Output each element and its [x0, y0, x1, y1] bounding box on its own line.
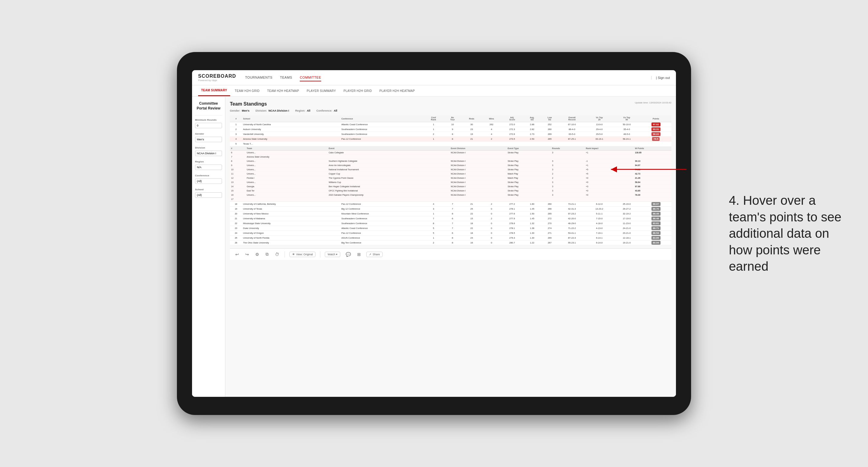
top50-2: 35-4-0: [613, 127, 641, 132]
minimum-rounds-input[interactable]: [195, 123, 222, 128]
tt-col-num: #: [230, 146, 246, 151]
comment-icon[interactable]: 💬: [345, 251, 352, 258]
school-label: School: [195, 188, 222, 191]
school-4: Arizona State University: [242, 137, 341, 142]
conference-select[interactable]: (All): [195, 179, 222, 184]
share-button[interactable]: ↗ Share: [366, 252, 382, 257]
sidebar-school: School (All): [195, 188, 222, 198]
tab-player-summary[interactable]: PLAYER SUMMARY: [304, 85, 339, 96]
gender-select[interactable]: Men's: [195, 137, 222, 142]
tablet-screen: SCOREBOARD Powered by clippi TOURNAMENTS…: [192, 70, 676, 397]
col-overall-record: OverallRecord: [558, 115, 586, 122]
bottom-toolbar: ↩ ↪ ⚙ ⧉ ⏱ 👁 View: Original Watch ▾ 💬: [230, 248, 672, 260]
col-adj-score: Adj.Score: [501, 115, 523, 122]
tours-1: 10: [443, 122, 462, 127]
tab-team-summary[interactable]: TEAM SUMMARY: [198, 85, 230, 96]
tt-col-type: Event Type: [506, 146, 551, 151]
tooltip-row: 15 East Ter OFCC Fighting Illini Invitat…: [230, 189, 672, 193]
conf-5: [341, 142, 424, 146]
table-row: 22 Mississippi State University Southeas…: [230, 221, 672, 226]
sidebar-region: Region N/A: [195, 160, 222, 170]
top25-1: 13-9-0: [586, 122, 613, 127]
tab-player-h2h-heatmap[interactable]: PLAYER H2H HEATMAP: [376, 85, 418, 96]
conf-1: Atlantic Coast Conference: [341, 122, 424, 127]
school-2: Auburn University: [242, 127, 341, 132]
points-1[interactable]: 97.02: [640, 122, 672, 127]
record-4: 87-25-1: [558, 137, 586, 142]
gender-filter-value: Men's: [242, 109, 249, 112]
filter-row: Gender: Men's Division: NCAA Division I …: [230, 109, 672, 112]
table-row: 23 Duke University Atlantic Coast Confer…: [230, 226, 672, 231]
rank-3: 3: [230, 132, 242, 137]
table-row-highlighted: 4 Arizona State University Pac-12 Confer…: [230, 137, 672, 142]
top50-3: 46-5-0: [613, 132, 641, 137]
division-filter-label: Division:: [255, 109, 267, 112]
conference-filter-value: All: [334, 109, 337, 112]
tab-player-h2h-grid[interactable]: PLAYER H2H GRID: [341, 85, 375, 96]
wins-1: 262: [482, 122, 501, 127]
col-low-sg: LowSG: [541, 115, 558, 122]
toolbar-separator: [285, 251, 285, 257]
undo-button[interactable]: ↩: [235, 251, 240, 258]
table-row: 19 University of Texas Big 12 Conference…: [230, 207, 672, 211]
watch-button[interactable]: Watch ▾: [325, 252, 340, 257]
tours-4: 8: [443, 137, 462, 142]
portal-title: CommitteePortal Review: [195, 101, 222, 111]
points-3[interactable]: 90.22: [640, 132, 672, 137]
tooltip-row: 6 Univers... Cabo Collegiate NCAA Divisi…: [230, 151, 672, 155]
gender-filter: Gender: Men's: [230, 109, 249, 112]
lowsg-3: 269: [541, 132, 558, 137]
division-select[interactable]: NCAA Division I: [195, 151, 222, 156]
col-points: Points: [640, 115, 672, 122]
tt-col-rank-impact: Rank Impact: [585, 146, 634, 151]
settings-icon[interactable]: ⚙: [254, 251, 260, 258]
tab-team-h2h-grid[interactable]: TEAM H2H GRID: [232, 85, 262, 96]
nav-committee[interactable]: COMMITTEE: [300, 74, 321, 81]
tab-team-h2h-heatmap[interactable]: TEAM H2H HEATMAP: [264, 85, 302, 96]
adj-2: 272.3: [501, 127, 523, 132]
lowsg-2: 260: [541, 127, 558, 132]
avgsg-2: 2.82: [523, 127, 541, 132]
region-select[interactable]: N/A: [195, 164, 222, 170]
tt-col-team: Team: [246, 146, 328, 151]
conf-4: Pac-12 Conference: [341, 137, 424, 142]
gender-label: Gender: [195, 132, 222, 135]
top25-2: 29-4-0: [586, 127, 613, 132]
tooltip-row: 14 Georgia Ben Hogan Collegiate Invitati…: [230, 185, 672, 189]
conf-rank-2: 1: [424, 127, 444, 132]
tours-3: 8: [443, 132, 462, 137]
grid-icon[interactable]: ⊞: [356, 251, 362, 258]
copy-icon[interactable]: ⧉: [265, 251, 270, 258]
points-4[interactable]: 79.5: [640, 137, 672, 142]
points-2[interactable]: 93.31: [640, 127, 672, 132]
record-2: 86-4-0: [558, 127, 586, 132]
annotation-arrow: [602, 160, 692, 179]
top25-4: 33-19-1: [586, 137, 613, 142]
logo-text: SCOREBOARD: [198, 73, 236, 79]
lowsg-4: 265: [541, 137, 558, 142]
region-filter-label: Region:: [295, 109, 306, 112]
sign-out-button[interactable]: | Sign out: [651, 76, 670, 80]
region-filter-value: All: [307, 109, 310, 112]
timer-icon[interactable]: ⏱: [274, 251, 280, 258]
svg-marker-1: [611, 166, 617, 173]
conf-rank-1: 1: [424, 122, 444, 127]
avgsg-3: 2.73: [523, 132, 541, 137]
school-5: Texas T...: [242, 142, 341, 146]
conference-label: Conference: [195, 174, 222, 177]
nav-teams[interactable]: TEAMS: [280, 74, 292, 81]
record-3: 63-5-0: [558, 132, 586, 137]
redo-button[interactable]: ↪: [244, 251, 250, 258]
rank-2: 2: [230, 127, 242, 132]
col-conf-rank: ConfRank: [424, 115, 444, 122]
conf-2: Southeastern Conference: [341, 127, 424, 132]
table-row: 21 University of Alabama Southeastern Co…: [230, 216, 672, 221]
tt-col-points: W Points: [634, 146, 672, 151]
view-original-button[interactable]: 👁 View: Original: [289, 252, 315, 257]
toolbar-separator-2: [320, 251, 320, 257]
nav-tournaments[interactable]: TOURNAMENTS: [245, 74, 273, 81]
wins-3: 4: [482, 132, 501, 137]
wins-2: 4: [482, 127, 501, 132]
school-select[interactable]: (All): [195, 192, 222, 198]
tooltip-row: 17: [230, 197, 672, 201]
